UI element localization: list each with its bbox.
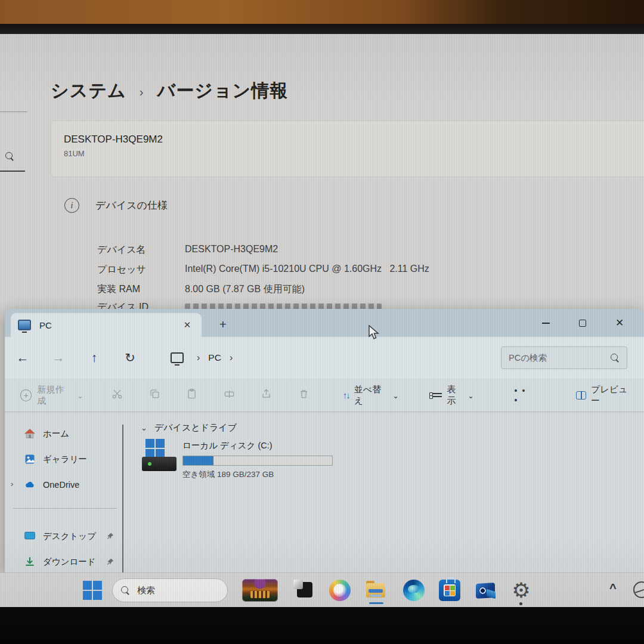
device-spec-section-header[interactable]: i デバイスの仕様 [64,198,168,213]
file-explorer-window: PC ✕ + ✕ ← → ↑ ↻ › PC › [5,309,644,572]
store-icon [444,584,456,596]
search-highlight-image[interactable] [242,579,278,602]
search-icon [611,354,620,363]
sidebar-item-label: ギャラリー [43,454,87,465]
sidebar-item-label: OneDrive [43,480,79,490]
search-icon [121,586,130,595]
rename-button[interactable] [210,388,248,402]
settings-button[interactable]: ⚙ [510,580,532,601]
breadcrumb: システム › バージョン情報 [51,79,288,103]
view-label: 表示 [447,384,463,407]
cut-button[interactable] [99,388,137,402]
spec-row-ram: 実装 RAM 8.00 GB (7.87 GB 使用可能) [97,283,620,299]
new-tab-button[interactable]: + [215,316,231,333]
view-button[interactable]: 表示 ⌄ [423,384,483,407]
mouse-cursor [367,325,381,343]
rename-icon [224,388,235,400]
home-icon [24,428,36,439]
taskbar: 検索 ⚙ [0,572,644,607]
explorer-body: ホーム ギャラリー › OneDrive [5,413,644,572]
explorer-tab-bar: PC ✕ + ✕ [5,309,644,337]
preview-button[interactable]: プレビュー [566,384,644,407]
drive-usage-bar [182,456,333,466]
drive-led [148,462,151,466]
tab-close-icon[interactable]: ✕ [180,318,194,332]
this-pc-icon [18,320,31,330]
mail-app-button[interactable] [475,580,496,601]
sidebar-item-desktop[interactable]: デスクトップ [5,526,123,546]
sidebar-item-home[interactable]: ホーム [5,423,123,444]
delete-button[interactable] [285,388,323,402]
settings-search-button[interactable] [5,152,14,163]
mail-app-icon-lens [479,587,487,595]
microsoft-store-button[interactable] [439,580,460,601]
spec-row-processor: プロセッサ Intel(R) Core(TM) i5-10210U CPU @ … [97,264,620,279]
sidebar-divider [13,508,117,509]
explorer-running-indicator [369,602,383,604]
chevron-down-icon: ⌄ [392,392,398,400]
spec-row-device-name: デバイス名 DESKTOP-H3QE9M2 [97,244,620,259]
sidebar-item-gallery[interactable]: ギャラリー [5,449,123,469]
share-button[interactable] [248,388,286,402]
breadcrumb-system[interactable]: システム [51,79,126,103]
wooden-table-background [0,0,644,24]
taskbar-search-label: 検索 [137,585,155,596]
explorer-search-input[interactable]: PCの検索 [501,346,627,369]
spec-value: Intel(R) Core(TM) i5-10210U CPU @ 1.60GH… [185,264,429,279]
copilot-button[interactable] [329,580,351,601]
preview-label: プレビュー [591,384,634,407]
maximize-icon [579,320,586,327]
sidebar-item-onedrive[interactable]: OneDrive [5,475,123,495]
clipboard-icon [186,388,197,400]
sidebar-item-downloads[interactable]: ダウンロード [5,552,123,572]
chevron-right-icon: › [140,85,144,99]
share-icon [261,388,272,400]
chevron-right-icon[interactable]: › [221,352,241,363]
minimize-button[interactable] [527,311,564,335]
sort-button[interactable]: ↑↓ 並べ替え ⌄ [333,384,408,407]
search-placeholder: PCの検索 [509,352,611,364]
device-spec-title: デバイスの仕様 [95,199,168,212]
scissors-icon [112,388,123,400]
laptop-base [0,607,644,644]
close-button[interactable]: ✕ [601,311,638,335]
task-view-button[interactable] [293,580,315,601]
drive-item-c[interactable]: ローカル ディスク (C:) 空き領域 189 GB/237 GB [141,439,343,477]
hdd-icon [142,457,177,471]
explorer-toolbar: + 新規作成 ⌄ [5,379,644,412]
refresh-button[interactable]: ↻ [112,351,148,365]
paste-button[interactable] [174,388,211,402]
forward-button[interactable]: → [41,351,76,365]
sidebar-item-label: ダウンロード [43,556,96,568]
edge-browser-button[interactable] [403,580,425,601]
breadcrumb-pc[interactable]: PC [208,352,221,363]
maximize-button[interactable] [564,311,601,335]
taskbar-search-box[interactable]: 検索 [112,578,228,602]
gallery-icon [24,453,36,465]
up-button[interactable]: ↑ [76,351,112,365]
file-explorer-button[interactable] [365,580,386,601]
sidebar-item-label: ホーム [43,428,69,439]
tray-expand-button[interactable]: ^ [609,581,617,595]
chevron-right-icon[interactable]: › [188,352,208,363]
this-pc-icon [171,352,184,363]
back-button[interactable]: ← [5,351,41,365]
folder-icon-front2 [370,595,382,597]
chevron-down-icon: ⌄ [141,423,147,432]
download-icon [24,556,36,568]
sort-label: 並べ替え [354,384,388,407]
device-name: DESKTOP-H3QE9M2 [64,134,163,145]
explorer-address-bar: ← → ↑ ↻ › PC › PCの検索 [5,337,644,379]
start-button[interactable] [82,580,103,601]
explorer-content: ⌄ デバイスとドライブ ローカル ディスク (C:) [123,413,644,572]
new-item-button[interactable]: + 新規作成 ⌄ [20,384,83,407]
tab-pc[interactable]: PC ✕ [11,313,202,337]
network-globe-icon[interactable] [633,581,644,598]
window-controls: ✕ [527,309,638,337]
device-model: 81UM [64,149,85,158]
see-more-button[interactable]: • • • [501,386,546,405]
tab-title: PC [39,320,172,330]
group-header-devices-and-drives[interactable]: ⌄ デバイスとドライブ [141,422,237,434]
spec-label: プロセッサ [97,264,185,279]
copy-button[interactable] [136,388,174,402]
